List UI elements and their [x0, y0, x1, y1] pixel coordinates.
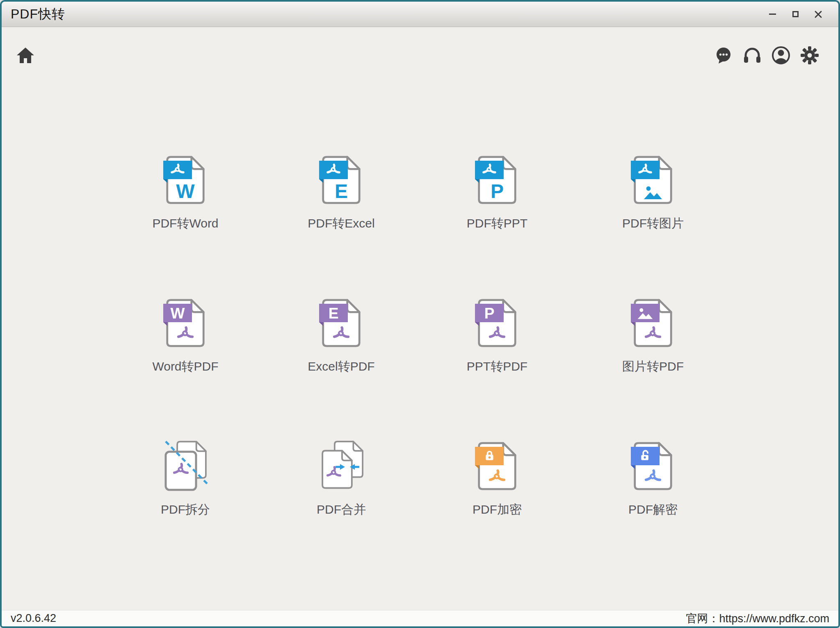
- toolbar: [2, 27, 838, 81]
- website-link[interactable]: 官网：https://www.pdfkz.com: [686, 611, 829, 626]
- app-window: PDF快转: [0, 0, 840, 628]
- tool-label: PDF解密: [628, 501, 678, 518]
- pdf-merge-icon: [317, 441, 366, 492]
- account-icon: [771, 46, 791, 65]
- tool-label: PDF转PPT: [467, 215, 527, 232]
- tool-pdf-to-word[interactable]: W PDF转Word: [107, 155, 263, 298]
- pdf-decrypt-icon: [628, 441, 678, 492]
- pdf-to-excel-icon: E: [317, 155, 366, 206]
- close-button[interactable]: [813, 9, 824, 20]
- status-bar: v2.0.6.42 官网：https://www.pdfkz.com: [2, 610, 838, 626]
- headset-icon: [742, 46, 762, 65]
- tool-label: PDF合并: [317, 501, 366, 518]
- tool-label: PDF转图片: [622, 215, 684, 232]
- version-text: v2.0.6.42: [11, 612, 56, 625]
- minimize-button[interactable]: [767, 9, 778, 20]
- ppt-to-pdf-icon: P: [472, 298, 522, 349]
- home-button[interactable]: [16, 46, 35, 65]
- home-icon: [16, 46, 35, 65]
- svg-text:P: P: [484, 305, 495, 322]
- tool-pdf-merge[interactable]: PDF合并: [263, 441, 419, 584]
- excel-to-pdf-icon: E: [317, 298, 366, 349]
- image-to-pdf-icon: [628, 298, 678, 349]
- support-button[interactable]: [742, 46, 762, 65]
- settings-icon: [800, 46, 819, 65]
- tool-pdf-to-image[interactable]: PDF转图片: [575, 155, 731, 298]
- tools-grid: W PDF转Word E PDF转Excel P PD: [107, 155, 731, 584]
- tool-excel-to-pdf[interactable]: E Excel转PDF: [263, 298, 419, 441]
- tool-pdf-to-excel[interactable]: E PDF转Excel: [263, 155, 419, 298]
- pdf-encrypt-icon: [472, 441, 522, 492]
- svg-text:W: W: [176, 180, 195, 202]
- svg-text:P: P: [491, 180, 504, 202]
- pdf-to-image-icon: [628, 155, 678, 206]
- tool-label: PDF加密: [472, 501, 522, 518]
- tool-pdf-decrypt[interactable]: PDF解密: [575, 441, 731, 584]
- tool-label: PDF转Word: [152, 215, 218, 232]
- maximize-button[interactable]: [790, 9, 801, 20]
- chat-icon: [714, 46, 733, 64]
- svg-text:E: E: [335, 180, 348, 202]
- tool-word-to-pdf[interactable]: W Word转PDF: [107, 298, 263, 441]
- tool-pdf-encrypt[interactable]: PDF加密: [419, 441, 575, 584]
- tool-label: Word转PDF: [152, 358, 218, 375]
- tool-pdf-to-ppt[interactable]: P PDF转PPT: [419, 155, 575, 298]
- feedback-button[interactable]: [714, 46, 733, 65]
- app-title: PDF快转: [11, 5, 65, 23]
- account-button[interactable]: [771, 46, 791, 65]
- close-icon: [814, 10, 822, 18]
- window-controls: [767, 9, 824, 20]
- pdf-to-word-icon: W: [161, 155, 210, 206]
- settings-button[interactable]: [800, 46, 819, 65]
- svg-text:W: W: [171, 305, 185, 322]
- title-bar: PDF快转: [2, 2, 838, 27]
- pdf-to-ppt-icon: P: [472, 155, 522, 206]
- tool-pdf-split[interactable]: PDF拆分: [107, 441, 263, 584]
- word-to-pdf-icon: W: [161, 298, 210, 349]
- tool-label: Excel转PDF: [308, 358, 374, 375]
- tool-label: PPT转PDF: [467, 358, 527, 375]
- pdf-split-icon: [161, 441, 210, 492]
- tool-label: 图片转PDF: [622, 358, 684, 375]
- tool-label: PDF转Excel: [308, 215, 374, 232]
- tool-label: PDF拆分: [161, 501, 210, 518]
- toolbar-right-icons: [714, 46, 819, 65]
- maximize-icon: [792, 11, 799, 17]
- minimize-icon: [769, 14, 776, 15]
- tool-image-to-pdf[interactable]: 图片转PDF: [575, 298, 731, 441]
- svg-text:E: E: [329, 305, 339, 322]
- tool-ppt-to-pdf[interactable]: P PPT转PDF: [419, 298, 575, 441]
